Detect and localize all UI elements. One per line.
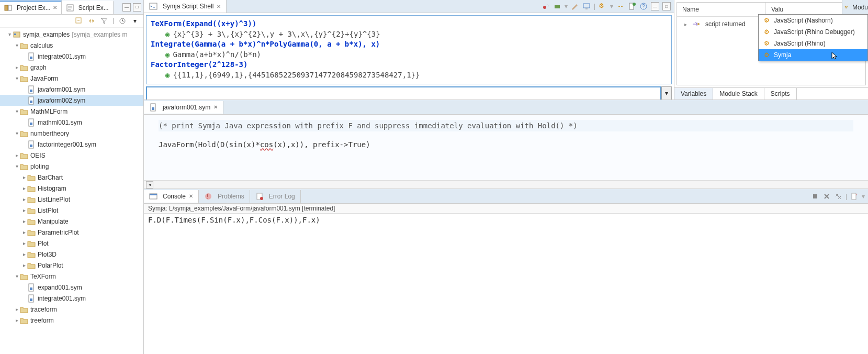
tree-folder[interactable]: ▾ploting [0,161,143,172]
tree-file[interactable]: integrate001.sym [0,293,143,304]
expand-icon[interactable]: ▸ [14,64,20,70]
maximize-icon[interactable]: □ [133,3,141,12]
history-dropdown-button[interactable]: ▾ [661,86,672,101]
tree-file[interactable]: expand001.sym [0,282,143,293]
expand-icon[interactable]: ▾ [14,130,20,136]
tree-folder[interactable]: ▸Histogram [0,183,143,194]
stop-icon[interactable] [811,192,819,201]
engine-menu-item[interactable]: ⚙Symja [759,49,867,61]
engine-menu-item[interactable]: ⚙JavaScript (Nashorn) [759,15,867,26]
expand-icon[interactable]: ▸ [14,317,20,323]
tree-folder[interactable]: ▾calculus [0,40,143,51]
expand-icon[interactable]: ▸ [21,174,27,180]
tool-icon-2[interactable] [553,2,561,10]
expand-icon[interactable]: ▸ [21,185,27,191]
tool-icon-1[interactable] [542,2,550,10]
tree-folder[interactable]: ▸ParametricPlot [0,227,143,238]
console-icon [149,192,157,201]
close-icon[interactable]: ✕ [213,104,218,110]
menu-dropdown-icon[interactable]: ▾ [131,17,139,25]
module-tab[interactable]: Modu [842,0,868,15]
engine-menu-item[interactable]: ⚙JavaScript (Rhino) [759,38,867,49]
tree-file[interactable]: integrate001.sym [0,51,143,62]
project-explorer-tab[interactable]: Project Ex... ✕ [0,1,62,14]
new-icon[interactable] [628,2,636,10]
col-name[interactable]: Name [677,3,766,16]
minimize-icon[interactable]: — [651,2,659,10]
engine-menu-item[interactable]: ⚙JavaScript (Rhino Debugger) [759,26,867,38]
editor-line-2: JavaForm(Hold(D(sin(x)*cos(x),x)), prefi… [159,139,853,150]
tree-folder[interactable]: ▸treeform [0,315,143,326]
remove-icon[interactable] [822,192,831,201]
close-icon[interactable]: ✕ [217,4,221,9]
tree-file[interactable]: factorinteger001.sym [0,139,143,150]
tree-folder[interactable]: ▸PolarPlot [0,260,143,271]
expand-icon[interactable]: ▸ [14,152,20,158]
close-icon[interactable]: ✕ [53,5,57,10]
tree-file[interactable]: javaform002.sym [0,95,143,106]
tab-error-log[interactable]: Error Log [250,190,301,203]
expand-icon[interactable]: ▸ [21,218,27,224]
editor-hscroll[interactable]: ◂ [144,180,868,189]
tree-folder[interactable]: ▸BarChart [0,172,143,183]
tree-folder[interactable]: ▸OEIS [0,150,143,161]
edit-icon[interactable] [571,2,579,10]
clear-icon[interactable] [850,192,859,201]
expand-icon[interactable]: ▸ [21,251,27,257]
tree-folder[interactable]: ▸Plot3D [0,249,143,260]
expand-icon[interactable]: ▾ [6,31,13,37]
tree-folder[interactable]: ▾MathMLForm [0,106,143,117]
tree-folder[interactable]: ▸ListLinePlot [0,194,143,205]
script-explorer-tab[interactable]: Script Ex... [62,1,114,14]
expand-icon[interactable]: ▸ [21,240,27,246]
tab-scripts[interactable]: Scripts [764,88,797,99]
tab-console[interactable]: Console ✕ [144,190,199,203]
expand-icon[interactable]: ▸ [21,207,27,213]
tree-folder[interactable]: ▸Manipulate [0,216,143,227]
expand-icon[interactable]: ▾ [14,163,20,169]
monitor-icon[interactable] [582,2,591,10]
editor-tab[interactable]: javaform001.sym ✕ [144,101,223,114]
expand-icon[interactable]: ▾ [14,75,20,81]
link-icon[interactable] [616,2,625,10]
link-editor-icon[interactable] [87,17,96,25]
expand-icon[interactable]: ▸ [21,229,27,235]
shell-input[interactable] [146,86,661,101]
expand-icon[interactable]: ▾ [14,273,20,279]
gear-icon[interactable]: ⚙ [599,2,607,10]
minimize-icon[interactable]: — [122,3,131,12]
tree-folder[interactable]: ▾numbertheory [0,128,143,139]
tab-variables[interactable]: Variables [674,88,713,99]
tree-file[interactable]: javaform001.sym [0,84,143,95]
maximize-icon[interactable]: □ [662,2,671,10]
tree-file[interactable]: mathml001.sym [0,117,143,128]
tree-folder[interactable]: ▸Plot [0,238,143,249]
console-output[interactable]: F.D(F.Times(F.Sin(F.x),F.Cos(F.x)),F.x) [144,214,868,354]
tree-folder[interactable]: ▾TeXForm [0,271,143,282]
tree-folder[interactable]: ▾JavaForm [0,73,143,84]
tree-root[interactable]: ▾ symja_examples [symja_examples m [0,29,143,40]
tree-folder[interactable]: ▸graph [0,62,143,73]
expand-icon[interactable]: ▸ [21,196,27,202]
shell-tab[interactable]: Symja Script Shell ✕ [144,0,227,13]
expand-icon[interactable]: ▾ [14,42,20,48]
view-menu-icon[interactable] [118,17,127,25]
editor-body[interactable]: (* print Symja Java expression with pref… [144,115,868,180]
tree-folder[interactable]: ▸ListPlot [0,205,143,216]
main-area: Symja Script Shell ✕ ▾ | ⚙ ▾ [144,0,868,354]
collapse-all-icon[interactable] [75,17,83,25]
tree-folder[interactable]: ▸traceform [0,304,143,315]
tab-module-stack[interactable]: Module Stack [713,88,764,99]
close-icon[interactable]: ✕ [189,193,193,199]
expand-icon[interactable]: ▸ [21,262,27,268]
shell-output[interactable]: TeXForm(Expand((x+y)^3))◉{x}^{3} + 3\,{x… [146,15,672,84]
expand-icon[interactable]: ▸ [14,306,20,312]
scroll-left-icon[interactable]: ◂ [146,181,153,189]
folder-icon [27,184,36,193]
help-icon[interactable]: ? [639,2,648,10]
expand-icon[interactable]: ▾ [14,108,20,114]
remove-all-icon[interactable] [834,192,842,201]
filter-icon[interactable] [100,17,108,25]
tab-problems[interactable]: ! Problems [199,190,250,203]
expand-icon[interactable]: ▸ [682,21,689,27]
